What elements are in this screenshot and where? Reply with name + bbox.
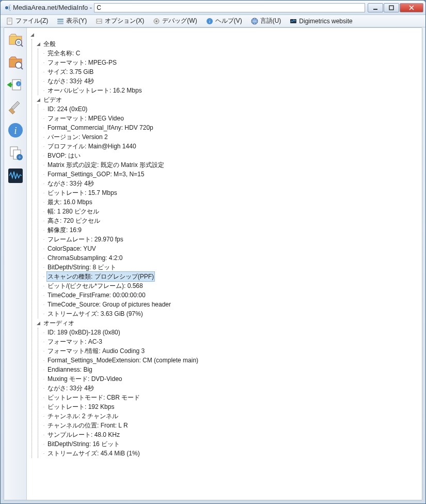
- tree-leaf-row[interactable]: フォーマット: MPEG-PS: [41, 58, 420, 67]
- leaf-bullet-icon: [41, 439, 46, 449]
- tree-leaf-row[interactable]: ID: 224 (0xE0): [41, 104, 420, 114]
- sidebar-open-folder-button[interactable]: [6, 53, 25, 71]
- tree-leaf-row[interactable]: ビットレート: 192 Kbps: [41, 402, 420, 411]
- tree-leaf-row[interactable]: Format_Commercial_IfAny: HDV 720p: [41, 123, 420, 132]
- tree-leaf-row[interactable]: サイズ: 3.75 GiB: [41, 67, 420, 77]
- tree-leaf-row[interactable]: ながさ: 33分 4秒: [41, 77, 420, 86]
- menu-debug[interactable]: デバッグ(W): [149, 16, 200, 26]
- tree-leaf-row[interactable]: フォーマット: AC-3: [41, 337, 420, 346]
- tree-section-row[interactable]: ◢全般: [35, 39, 420, 49]
- menu-options[interactable]: オプション(X): [92, 16, 147, 26]
- tree-leaf-row[interactable]: 解像度: 16:9: [41, 225, 420, 235]
- tree-leaf-row[interactable]: プロファイル: Main@High 1440: [41, 142, 420, 151]
- tree-leaf-row[interactable]: BitDepth/String: 16 ビット: [41, 439, 420, 449]
- tree-leaf-row[interactable]: ID: 189 (0xBD)-128 (0x80): [41, 328, 420, 337]
- menu-digimetrics[interactable]: Digimetrics website: [286, 16, 355, 26]
- sidebar-waveform-button[interactable]: [6, 166, 25, 185]
- tree-leaf-row[interactable]: Muxing モード: DVD-Video: [41, 374, 420, 384]
- leaf-bullet-icon: [41, 132, 46, 142]
- tree-leaf-label: ID: 189 (0xBD)-128 (0x80): [46, 328, 121, 337]
- svg-rect-3: [7, 18, 12, 24]
- tree-leaf-row[interactable]: ながさ: 33分 4秒: [41, 384, 420, 393]
- tree-leaf-row[interactable]: チャンネルの位置: Front: L R: [41, 421, 420, 430]
- tree-leaf-row[interactable]: 高さ: 720 ピクセル: [41, 216, 420, 225]
- collapse-icon[interactable]: ◢: [29, 32, 35, 38]
- leaf-bullet-icon: [41, 188, 46, 197]
- tree-leaf-row[interactable]: ながさ: 33分 4秒: [41, 179, 420, 188]
- tree-leaf-label: ながさ: 33分 4秒: [46, 77, 95, 86]
- sidebar-open-file-button[interactable]: [6, 30, 25, 49]
- titlebar-path-field[interactable]: C: [94, 3, 365, 12]
- globe-icon: [250, 17, 259, 25]
- tree-leaf-row[interactable]: ビットレートモード: CBR モード: [41, 393, 420, 402]
- titlebar: MediaArea.net/MediaInfo - C: [1, 1, 425, 15]
- tree-leaf-row[interactable]: ビットレート: 15.7 Mbps: [41, 188, 420, 197]
- minimize-button[interactable]: [368, 3, 383, 12]
- tree-leaf-row[interactable]: TimeCode_FirstFrame: 00:00:00:00: [41, 291, 420, 300]
- tree-leaf-row[interactable]: バージョン: Version 2: [41, 132, 420, 142]
- collapse-icon[interactable]: ◢: [35, 320, 41, 326]
- tree-leaf-row[interactable]: フォーマット/情報: Audio Coding 3: [41, 346, 420, 356]
- tree-leaf-row[interactable]: ストリームサイズ: 45.4 MiB (1%): [41, 449, 420, 458]
- menu-file[interactable]: ファイル(Z): [3, 16, 51, 26]
- tree-leaf-row[interactable]: フレームレート: 29.970 fps: [41, 235, 420, 244]
- tree-panel[interactable]: ◢◢全般完全名称: Cフォーマット: MPEG-PSサイズ: 3.75 GiBな…: [27, 28, 422, 500]
- tree-leaf-row[interactable]: TimeCode_Source: Group of pictures heade…: [41, 300, 420, 309]
- tree-leaf-label: Muxing モード: DVD-Video: [46, 374, 123, 384]
- menu-view[interactable]: 表示(Y): [53, 16, 90, 26]
- tree-leaf-row[interactable]: ColorSpace: YUV: [41, 244, 420, 253]
- leaf-bullet-icon: [41, 216, 46, 225]
- tree-leaf-label: 解像度: 16:9: [46, 225, 83, 235]
- menu-language[interactable]: 言語(U): [247, 16, 285, 26]
- menu-help[interactable]: i ヘルプ(V): [202, 16, 245, 26]
- tree-leaf-row[interactable]: ChromaSubsampling: 4:2:0: [41, 253, 420, 263]
- collapse-icon[interactable]: ◢: [35, 41, 41, 47]
- tree-leaf-row[interactable]: フォーマット: MPEG Video: [41, 114, 420, 123]
- tree-leaf-row[interactable]: Endianness: Big: [41, 365, 420, 374]
- tree-leaf-row[interactable]: Format_Settings_ModeExtension: CM (compl…: [41, 356, 420, 365]
- leaf-bullet-icon: [41, 58, 46, 67]
- tree-leaf-label: フレームレート: 29.970 fps: [46, 235, 124, 244]
- sidebar-copy-button[interactable]: [6, 144, 25, 162]
- tree-leaf-row[interactable]: BitDepth/String: 8 ビット: [41, 263, 420, 272]
- leaf-bullet-icon: [41, 235, 46, 244]
- leaf-bullet-icon: [41, 309, 46, 318]
- app-icon: [3, 4, 11, 12]
- tree-section-row[interactable]: ◢ビデオ: [35, 95, 420, 104]
- tree-leaf-label: ビット/(ピクセル*フレーム): 0.568: [46, 281, 144, 291]
- leaf-bullet-icon: [41, 411, 46, 421]
- maximize-button[interactable]: [384, 3, 399, 12]
- tree-section-row[interactable]: ◢オーディオ: [35, 318, 420, 328]
- sidebar-preferences-button[interactable]: [6, 98, 25, 117]
- tree-leaf-label: ビットレートモード: CBR モード: [46, 393, 141, 402]
- tree-leaf-row[interactable]: 幅: 1 280 ピクセル: [41, 207, 420, 216]
- tree-leaf-row[interactable]: 完全名称: C: [41, 49, 420, 58]
- tree-leaf-label: Format_Settings_GOP: M=3, N=15: [46, 170, 145, 179]
- leaf-bullet-icon: [41, 197, 46, 207]
- collapse-icon[interactable]: ◢: [35, 97, 41, 103]
- tree-leaf-row[interactable]: 最大: 16.0 Mbps: [41, 197, 420, 207]
- tree-leaf-label: チャンネルの位置: Front: L R: [46, 421, 129, 430]
- tree-leaf-row[interactable]: スキャンの種類: プログレシップ(PPF): [41, 272, 420, 281]
- leaf-bullet-icon: [41, 421, 46, 430]
- tree-leaf-row[interactable]: オーバルビットレート: 16.2 Mbps: [41, 86, 420, 95]
- sidebar-export-button[interactable]: i: [6, 75, 25, 94]
- tree-leaf-row[interactable]: チャンネル: 2 チャンネル: [41, 411, 420, 421]
- tree-root-row[interactable]: ◢: [29, 30, 420, 39]
- leaf-bullet-icon: [41, 393, 46, 402]
- tree-leaf-row[interactable]: BVOP: はい: [41, 151, 420, 160]
- leaf-bullet-icon: [41, 337, 46, 346]
- sidebar-about-button[interactable]: i: [6, 121, 25, 140]
- tree-leaf-label: 高さ: 720 ピクセル: [46, 216, 101, 225]
- tree-leaf-label: ID: 224 (0xE0): [46, 104, 88, 114]
- file-icon: [6, 17, 14, 25]
- leaf-bullet-icon: [41, 86, 46, 95]
- leaf-bullet-icon: [41, 244, 46, 253]
- close-button[interactable]: [400, 3, 423, 12]
- tree-leaf-row[interactable]: Format_Settings_GOP: M=3, N=15: [41, 170, 420, 179]
- tree-leaf-row[interactable]: Matrix 形式の設定: 既定の Matrix 形式設定: [41, 160, 420, 170]
- tree-leaf-row[interactable]: ストリームサイズ: 3.63 GiB (97%): [41, 309, 420, 318]
- svg-rect-4: [57, 19, 64, 20]
- tree-leaf-row[interactable]: ビット/(ピクセル*フレーム): 0.568: [41, 281, 420, 291]
- tree-leaf-row[interactable]: サンプルレート: 48.0 KHz: [41, 430, 420, 439]
